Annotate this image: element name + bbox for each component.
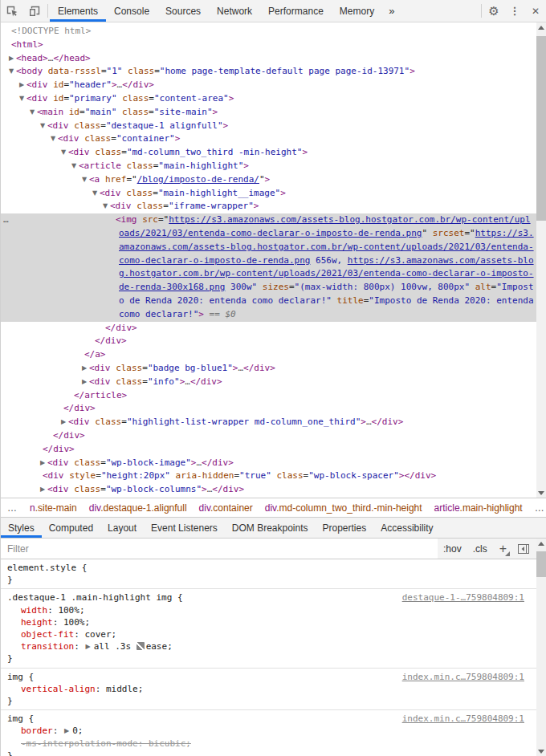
toggle-hover-state-button[interactable]: :hov <box>443 543 462 555</box>
tab-console[interactable]: Console <box>106 0 157 22</box>
dom-tree-row[interactable]: </div> <box>1 335 537 348</box>
collapse-arrow-icon[interactable]: ▼ <box>48 132 58 146</box>
sidebar-toggle-icon[interactable] <box>518 544 529 554</box>
dom-tree-row[interactable]: </a> <box>1 348 537 362</box>
dom-tree-row[interactable]: ▶<div class="badge bg-blue1">…</div> <box>1 362 537 376</box>
style-property[interactable]: object-fit: cover; <box>1 628 537 640</box>
collapse-arrow-icon[interactable]: ▼ <box>38 120 47 133</box>
tab-performance[interactable]: Performance <box>260 0 332 22</box>
dom-tree-row[interactable]: g.hostgator.com.br/wp-content/uploads/20… <box>1 267 537 281</box>
dom-tree-row[interactable]: ▼<div class="destaque-1 alignfull"> <box>1 120 537 133</box>
settings-gear-icon[interactable]: ⚙ <box>483 0 504 22</box>
expand-arrow-icon[interactable]: ▶ <box>6 52 16 66</box>
attribute-link[interactable]: amazonaws.com/assets-blog.hostgator.com.… <box>119 242 534 252</box>
breadcrumb-overflow-left[interactable]: … <box>7 502 18 514</box>
styles-filter-input[interactable] <box>1 539 438 559</box>
collapse-arrow-icon[interactable]: ▼ <box>90 187 100 201</box>
dom-tree-row[interactable]: </article> <box>1 389 537 403</box>
device-toolbar-icon[interactable] <box>23 0 46 22</box>
dom-tree-row[interactable]: ▼<div class="main-highlight__image"> <box>1 187 537 201</box>
expand-arrow-icon[interactable]: ▶ <box>85 643 90 650</box>
new-style-rule-button[interactable]: + <box>499 543 507 555</box>
tab-computed[interactable]: Computed <box>42 518 100 538</box>
scrollbar-down-button[interactable] <box>536 487 546 498</box>
scrollbar-thumb[interactable] <box>536 36 546 221</box>
style-property[interactable]: height: 100%; <box>1 616 537 628</box>
toggle-class-button[interactable]: .cls <box>473 543 487 555</box>
dom-tree-row[interactable]: </div> <box>1 322 537 335</box>
attribute-link[interactable]: https://s3. <box>475 228 534 238</box>
expand-arrow-icon[interactable]: ▶ <box>79 376 89 389</box>
collapse-arrow-icon[interactable]: ▼ <box>6 65 16 79</box>
collapse-arrow-icon[interactable]: ▼ <box>79 173 89 187</box>
style-source-link[interactable]: index.min.c…759804809:1 <box>402 672 524 682</box>
breadcrumb-item[interactable]: div.destaque-1.alignfull <box>89 502 187 514</box>
style-rule-selector[interactable]: element.style { <box>1 562 537 574</box>
dom-tree-row[interactable]: ▶<head>…</head> <box>1 52 537 66</box>
inspect-element-icon[interactable] <box>1 0 23 22</box>
dom-tree-row[interactable]: ▶<div class="wp-block-image">…</div> <box>1 457 537 470</box>
kebab-menu-icon[interactable]: ⋮ <box>504 0 525 22</box>
close-icon[interactable]: ✕ <box>525 0 546 22</box>
breadcrumb-item[interactable]: article.main-highlight <box>434 502 523 514</box>
dom-tree-row[interactable]: ▼<div id="primary" class="content-area"> <box>1 92 537 106</box>
tab-event-listeners[interactable]: Event Listeners <box>144 518 225 538</box>
dom-tree-row[interactable]: ▶<div id="header">…</div> <box>1 79 537 92</box>
dom-tree-row[interactable]: …<img src="https://s3.amazonaws.com/asse… <box>1 213 537 227</box>
dom-tree-row[interactable]: <html> <box>1 39 537 52</box>
dom-tree-row[interactable]: ▼<div class="md-column_two_third -min-he… <box>1 146 537 160</box>
collapse-arrow-icon[interactable]: ▼ <box>59 146 68 160</box>
dom-tree-row[interactable]: ▼<a href="/blog/imposto-de-renda/"> <box>1 173 537 187</box>
attribute-link[interactable]: https://s3.amazonaws.com/assets-blo <box>348 255 534 266</box>
style-property[interactable]: -ms-interpolation-mode: bicubic; <box>1 738 537 750</box>
dom-tree-row[interactable]: de-renda-300x168.png 300w" sizes="(max-w… <box>1 281 537 295</box>
breadcrumb-item[interactable]: div.md-column_two_third.-min-height <box>265 502 422 514</box>
dom-tree-row[interactable]: amazonaws.com/assets-blog.hostgator.com.… <box>1 241 537 254</box>
cubic-bezier-icon[interactable] <box>136 642 145 650</box>
expand-arrow-icon[interactable]: ▶ <box>79 362 89 376</box>
tab-network[interactable]: Network <box>209 0 260 22</box>
dom-tree-row[interactable]: como-declarar-o-imposto-de-renda.png 656… <box>1 254 537 268</box>
styles-scrollbar[interactable] <box>536 539 546 756</box>
dom-tree-row[interactable]: ▶<div class="info">…</div> <box>1 376 537 389</box>
tab-properties[interactable]: Properties <box>316 518 374 538</box>
dom-tree-row[interactable]: oads/2021/03/entenda-como-declarar-o-imp… <box>1 227 537 241</box>
tab-layout[interactable]: Layout <box>100 518 144 538</box>
dom-tree-row[interactable]: ▼<div class="iframe-wrapper"> <box>1 200 537 213</box>
breadcrumb-item[interactable]: n.site-main <box>30 502 77 514</box>
tab-dom-breakpoints[interactable]: DOM Breakpoints <box>225 518 316 538</box>
breadcrumb-item[interactable]: div.container <box>199 502 253 514</box>
scrollbar-up-button[interactable] <box>536 22 546 33</box>
expand-arrow-icon[interactable]: ▶ <box>59 416 68 429</box>
dom-tree-row[interactable]: ▶<div class="wp-block-columns">…</div> <box>1 483 537 497</box>
dom-tree-row[interactable]: ▼<body data-rsssl="1" class="home page-t… <box>1 65 537 79</box>
tab-accessibility[interactable]: Accessibility <box>373 518 440 538</box>
dom-tree-row[interactable]: ▼<main id="main" class="site-main"> <box>1 106 537 120</box>
elements-scrollbar[interactable] <box>536 22 546 498</box>
style-property[interactable]: vertical-align: middle; <box>1 683 537 695</box>
breadcrumb-overflow-right[interactable]: … <box>535 502 545 514</box>
attribute-link[interactable]: de-renda-300x168.png <box>119 282 225 292</box>
dom-tree-row[interactable]: </div> <box>1 429 537 443</box>
tab-sources[interactable]: Sources <box>157 0 209 22</box>
attribute-link[interactable]: g.hostgator.com.br/wp-content/uploads/20… <box>119 268 534 278</box>
collapse-arrow-icon[interactable]: ▼ <box>27 106 37 120</box>
dom-tree-row[interactable]: o de Renda 2020: entenda como declarar!"… <box>1 295 537 308</box>
expand-arrow-icon[interactable]: ▶ <box>38 457 47 470</box>
collapse-arrow-icon[interactable]: ▼ <box>17 92 26 106</box>
tab-styles[interactable]: Styles <box>1 518 42 538</box>
dom-tree-row[interactable]: ▼<div class="container"> <box>1 132 537 146</box>
attribute-link[interactable]: como-declarar-o-imposto-de-renda.png <box>119 255 310 266</box>
scrollbar-down-button[interactable] <box>536 746 546 756</box>
attribute-link[interactable]: https://s3.amazonaws.com/assets-blog.hos… <box>169 214 530 225</box>
dom-tree-row[interactable]: ▶<div class="highlight-list-wrapper md-c… <box>1 416 537 429</box>
collapse-arrow-icon[interactable]: ▼ <box>100 200 110 213</box>
dom-tree-row[interactable]: como declarar!"> == $0 <box>1 308 537 322</box>
tab-elements[interactable]: Elements <box>50 0 106 22</box>
dom-tree-row[interactable]: <div style="height:20px" aria-hidden="tr… <box>1 469 537 483</box>
dom-tree-row[interactable]: <!DOCTYPE html> <box>1 25 537 39</box>
style-property[interactable]: border: ▶0; <box>1 725 537 737</box>
expand-arrow-icon[interactable]: ▶ <box>64 727 69 734</box>
scrollbar-thumb[interactable] <box>536 551 546 577</box>
attribute-link[interactable]: oads/2021/03/entenda-como-declarar-o-imp… <box>119 228 422 238</box>
